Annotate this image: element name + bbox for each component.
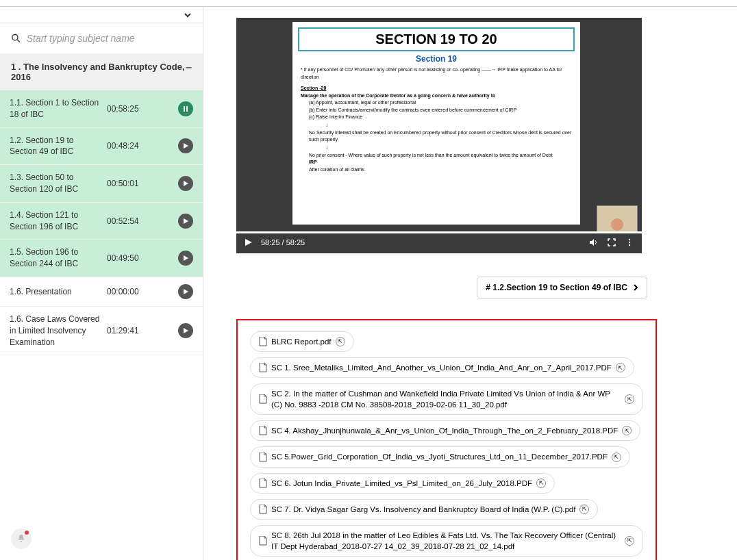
sidebar-collapse-toggle[interactable]	[0, 7, 203, 23]
search-input[interactable]	[27, 33, 192, 44]
lesson-item[interactable]: 1.4. Section 121 to Section 196 of IBC00…	[0, 203, 203, 240]
video-time: 58:25 / 58:25	[261, 238, 305, 246]
attachment-name: SC 7. Dr. Vidya Sagar Garg Vs. Insolvenc…	[271, 504, 575, 515]
lesson-duration: 00:48:24	[107, 141, 144, 151]
svg-marker-10	[245, 239, 252, 246]
lesson-title: 1.1. Section 1 to Section 18 of IBC	[10, 97, 103, 120]
pdf-icon	[259, 363, 267, 372]
lesson-duration: 00:58:25	[107, 104, 144, 114]
pdf-icon	[259, 479, 267, 488]
open-icon[interactable]: ⇱	[625, 536, 634, 546]
chevron-down-icon	[184, 11, 192, 19]
lesson-item[interactable]: 1.1. Section 1 to Section 18 of IBC00:58…	[0, 90, 203, 128]
attachment-item[interactable]: SC 5.Power_Grid_Corporation_Of_India_vs_…	[250, 446, 630, 467]
svg-line-1	[17, 40, 20, 42]
notification-bell[interactable]	[11, 529, 32, 549]
play-button[interactable]	[178, 323, 193, 338]
svg-point-14	[629, 244, 630, 246]
play-button[interactable]	[178, 138, 193, 153]
lesson-title: 1.2. Section 19 to Section 49 of IBC	[10, 135, 103, 158]
lesson-item[interactable]: 1.3. Section 50 to Section 120 of IBC00:…	[0, 165, 203, 203]
open-icon[interactable]: ⇱	[622, 426, 632, 435]
pause-button[interactable]	[178, 101, 193, 116]
search-icon	[11, 33, 21, 44]
svg-marker-6	[184, 218, 188, 224]
lesson-title: 1.5. Section 196 to Section 244 of IBC	[10, 246, 103, 270]
svg-marker-7	[184, 255, 188, 261]
pdf-icon	[259, 394, 267, 404]
play-button[interactable]	[178, 284, 193, 299]
attachment-item[interactable]: SC 2. In the matter of Cushman and Wanke…	[250, 383, 643, 415]
next-lesson-label: # 1.2.Section 19 to Section 49 of IBC	[486, 283, 627, 292]
svg-rect-3	[186, 106, 188, 112]
svg-marker-11	[590, 239, 594, 246]
attachment-name: SC 6. Jotun India_Private_Limited_vs_Psl…	[271, 478, 532, 489]
attachments-panel: BLRC Report.pdf⇱SC 1. Sree_Metaliks_Limi…	[236, 319, 657, 560]
svg-point-13	[629, 242, 630, 243]
attachment-name: BLRC Report.pdf	[271, 336, 332, 347]
svg-point-0	[12, 35, 18, 40]
play-button[interactable]	[178, 214, 193, 229]
video-slide: SECTION 19 TO 20 Section 19 * If any per…	[292, 22, 580, 225]
svg-rect-2	[184, 106, 185, 112]
lesson-duration: 00:49:50	[107, 253, 144, 263]
attachment-list: BLRC Report.pdf⇱SC 1. Sree_Metaliks_Limi…	[250, 331, 643, 557]
lesson-list: 1.1. Section 1 to Section 18 of IBC00:58…	[0, 90, 203, 355]
section-title: 1 . The Insolvency and Bankruptcy Code, …	[11, 62, 186, 82]
attachment-item[interactable]: SC 4. Akshay_Jhunjhunwala_&_Anr_vs_Union…	[250, 420, 640, 441]
svg-marker-9	[184, 328, 188, 333]
video-controls: 58:25 / 58:25	[236, 231, 642, 253]
lesson-title: 1.3. Section 50 to Section 120 of IBC	[10, 172, 103, 195]
open-icon[interactable]: ⇱	[579, 505, 589, 514]
attachment-item[interactable]: SC 1. Sree_Metaliks_Limited_And_Another_…	[250, 357, 634, 378]
video-progress[interactable]	[236, 231, 642, 233]
webcam-thumbnail	[597, 205, 638, 233]
lesson-title: 1.4. Section 121 to Section 196 of IBC	[10, 209, 103, 233]
slide-body: * If any personnel of CD/ Promoter/ any …	[298, 66, 575, 173]
attachment-name: SC 5.Power_Grid_Corporation_Of_India_vs_…	[271, 451, 608, 462]
lesson-item[interactable]: 1.6. Presentation00:00:00	[0, 277, 203, 307]
svg-marker-8	[184, 289, 188, 294]
play-button[interactable]	[178, 176, 193, 191]
slide-subtitle: Section 19	[298, 54, 575, 64]
pdf-icon	[259, 453, 267, 462]
main-content: SECTION 19 TO 20 Section 19 * If any per…	[203, 7, 737, 560]
lesson-duration: 01:29:41	[107, 326, 144, 335]
open-icon[interactable]: ⇱	[625, 394, 634, 404]
attachment-item[interactable]: BLRC Report.pdf⇱	[250, 331, 354, 352]
chevron-right-icon	[633, 284, 638, 291]
video-player[interactable]: SECTION 19 TO 20 Section 19 * If any per…	[236, 18, 642, 253]
play-button[interactable]	[178, 251, 193, 266]
attachment-name: SC 4. Akshay_Jhunjhunwala_&_Anr_vs_Union…	[271, 425, 618, 436]
attachment-name: SC 8. 26th Jul 2018 in the matter of Leo…	[271, 530, 621, 552]
open-icon[interactable]: ⇱	[536, 479, 546, 488]
sidebar: 1 . The Insolvency and Bankruptcy Code, …	[0, 7, 203, 560]
play-icon[interactable]	[243, 237, 254, 248]
lesson-duration: 00:00:00	[107, 287, 144, 296]
lesson-item[interactable]: 1.5. Section 196 to Section 244 of IBC00…	[0, 240, 203, 277]
fullscreen-icon[interactable]	[606, 237, 617, 248]
volume-icon[interactable]	[588, 237, 599, 248]
open-icon[interactable]: ⇱	[616, 363, 625, 372]
open-icon[interactable]: ⇱	[612, 453, 621, 462]
section-header[interactable]: 1 . The Insolvency and Bankruptcy Code, …	[0, 53, 203, 90]
svg-marker-4	[184, 143, 188, 149]
slide-title: SECTION 19 TO 20	[298, 27, 575, 51]
next-lesson-chip[interactable]: # 1.2.Section 19 to Section 49 of IBC	[477, 277, 647, 298]
collapse-icon: −	[186, 62, 192, 74]
lesson-item[interactable]: 1.2. Section 19 to Section 49 of IBC00:4…	[0, 128, 203, 166]
pdf-icon	[259, 505, 267, 514]
pdf-icon	[259, 426, 267, 435]
more-icon[interactable]	[624, 237, 635, 248]
lesson-item[interactable]: 1.6. Case Laws Covered in Limited Insolv…	[0, 307, 203, 355]
sidebar-search	[0, 23, 203, 53]
open-icon[interactable]: ⇱	[336, 337, 345, 346]
bell-icon	[16, 534, 26, 544]
attachment-item[interactable]: SC 6. Jotun India_Private_Limited_vs_Psl…	[250, 473, 555, 494]
attachment-item[interactable]: SC 8. 26th Jul 2018 in the matter of Leo…	[250, 525, 643, 557]
lesson-duration: 00:52:54	[107, 216, 144, 226]
attachment-item[interactable]: SC 7. Dr. Vidya Sagar Garg Vs. Insolvenc…	[250, 499, 598, 520]
lesson-title: 1.6. Case Laws Covered in Limited Insolv…	[10, 314, 103, 348]
attachment-name: SC 1. Sree_Metaliks_Limited_And_Another_…	[271, 362, 612, 373]
svg-point-12	[629, 239, 630, 240]
